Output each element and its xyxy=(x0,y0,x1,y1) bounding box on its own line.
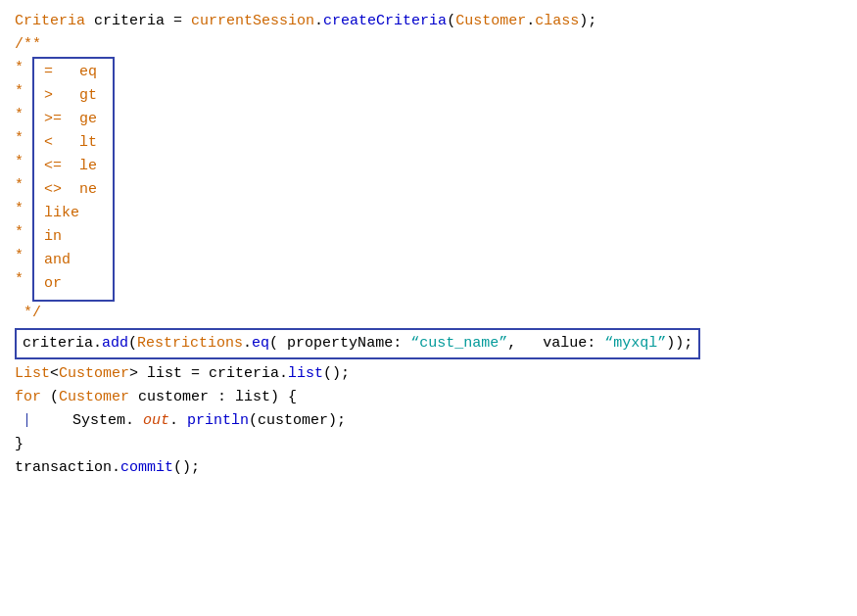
comment-star-8: * xyxy=(15,221,32,245)
comment-star-7: * xyxy=(15,198,32,221)
comment-star-5: * xyxy=(15,151,32,174)
comment-in: in xyxy=(44,225,97,249)
code-display: Criteria criteria = currentSession.creat… xyxy=(15,10,842,480)
line-criteria: Criteria criteria = currentSession.creat… xyxy=(15,10,842,33)
comment-le: <= le xyxy=(44,155,97,178)
comment-star-10: * xyxy=(15,268,32,292)
comment-like: like xyxy=(44,202,97,225)
comment-and: and xyxy=(44,249,97,272)
comment-ne: <> ne xyxy=(44,178,97,202)
token-criteria-type: Criteria xyxy=(15,10,85,33)
comment-box: = eq > gt >= ge < lt <= le <> ne like in… xyxy=(32,57,115,302)
comment-star-2: * xyxy=(15,80,32,104)
line-system-println: | System. out. println(customer); xyxy=(15,409,842,433)
comment-star-4: * xyxy=(15,127,32,151)
comment-lt: < lt xyxy=(44,131,97,155)
line-for: for (Customer customer : list) { xyxy=(15,386,842,409)
line-comment-close: */ xyxy=(15,302,842,325)
comment-star-9: * xyxy=(15,245,32,268)
comment-eq: = eq xyxy=(44,61,97,84)
pipe-icon: | xyxy=(23,409,31,433)
comment-stars-col: * * * * * * * * * * xyxy=(15,57,32,302)
comment-or: or xyxy=(44,272,97,296)
line-comment-open: /** xyxy=(15,33,842,57)
line-transaction-commit: transaction.commit(); xyxy=(15,456,842,480)
comment-star-1: * xyxy=(15,57,32,80)
comment-ge: >= ge xyxy=(44,108,97,131)
comment-star-6: * xyxy=(15,174,32,198)
comment-star-3: * xyxy=(15,104,32,127)
line-criteria-add-highlighted: criteria.add(Restrictions.eq( propertyNa… xyxy=(15,328,700,359)
line-list: List<Customer> list = criteria.list(); xyxy=(15,362,842,386)
comment-box-container: * * * * * * * * * * = eq > gt >= ge < lt… xyxy=(15,57,115,302)
line-close-brace: } xyxy=(15,433,842,456)
comment-gt: > gt xyxy=(44,84,97,108)
